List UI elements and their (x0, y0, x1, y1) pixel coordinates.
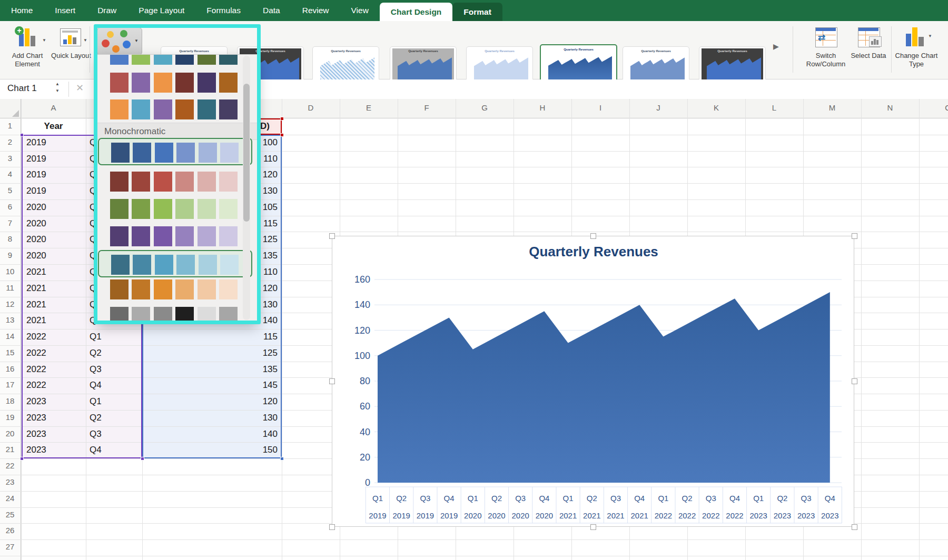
color-swatch[interactable] (197, 279, 216, 299)
range-handle-purple[interactable] (141, 457, 144, 461)
color-swatch[interactable] (219, 279, 238, 299)
row-header-2[interactable]: 2 (0, 137, 20, 146)
column-header-F[interactable]: F (398, 103, 456, 112)
row-header-23[interactable]: 23 (0, 477, 20, 486)
color-swatch[interactable] (219, 73, 238, 93)
row-header-12[interactable]: 12 (0, 299, 20, 308)
row-header-24[interactable]: 24 (0, 494, 20, 503)
column-header-O[interactable]: O (919, 103, 948, 112)
select-data-button[interactable]: Select Data (852, 25, 885, 74)
color-swatch[interactable] (197, 73, 216, 93)
cell-a1[interactable]: Year (21, 121, 86, 132)
row-header-10[interactable]: 10 (0, 267, 20, 276)
color-swatch[interactable] (175, 226, 194, 246)
row-header-11[interactable]: 11 (0, 283, 20, 292)
color-swatch[interactable] (219, 199, 238, 219)
menu-tab-page-layout[interactable]: Page Layout (127, 0, 195, 21)
range-handle-red[interactable] (280, 133, 284, 137)
column-header-I[interactable]: I (571, 103, 629, 112)
menu-scrollbar-thumb[interactable] (243, 84, 250, 222)
row-header-1[interactable]: 1 (0, 121, 20, 130)
color-swatch[interactable] (110, 199, 129, 219)
color-swatch[interactable] (197, 307, 216, 322)
menu-tab-view[interactable]: View (340, 0, 380, 21)
color-swatch[interactable] (154, 226, 172, 246)
menu-tab-formulas[interactable]: Formulas (195, 0, 252, 21)
row-header-26[interactable]: 26 (0, 526, 20, 535)
color-swatch[interactable] (154, 73, 172, 93)
row-header-4[interactable]: 4 (0, 169, 20, 178)
color-swatch[interactable] (176, 255, 195, 275)
color-swatch[interactable] (219, 172, 238, 192)
color-swatch[interactable] (132, 54, 150, 65)
color-swatch[interactable] (199, 143, 217, 163)
color-swatch[interactable] (154, 172, 172, 192)
color-swatch[interactable] (176, 143, 195, 163)
chart-object[interactable]: Quarterly Revenues 020406080100120140160… (332, 236, 854, 527)
row-header-22[interactable]: 22 (0, 461, 20, 470)
color-swatch[interactable] (197, 54, 216, 65)
color-swatch[interactable] (132, 307, 150, 322)
change-chart-type-button[interactable]: ▼ Change Chart Type (895, 25, 937, 74)
color-swatch[interactable] (155, 255, 173, 275)
row-header-7[interactable]: 7 (0, 218, 20, 227)
color-swatch[interactable] (175, 54, 194, 65)
color-swatch[interactable] (110, 307, 129, 322)
color-swatch[interactable] (111, 143, 130, 163)
color-swatch[interactable] (175, 73, 194, 93)
row-header-25[interactable]: 25 (0, 510, 20, 519)
color-swatch[interactable] (133, 143, 151, 163)
color-swatch[interactable] (132, 73, 150, 93)
color-swatch[interactable] (175, 99, 194, 119)
column-header-M[interactable]: M (803, 103, 861, 112)
color-swatch[interactable] (132, 172, 150, 192)
menu-tab-insert[interactable]: Insert (44, 0, 86, 21)
chart-resize-handle[interactable] (329, 233, 335, 239)
row-header-9[interactable]: 9 (0, 251, 20, 259)
menu-tab-format[interactable]: Format (452, 3, 502, 21)
column-header-E[interactable]: E (340, 103, 398, 112)
color-swatch[interactable] (154, 99, 172, 119)
color-swatch[interactable] (110, 99, 129, 119)
chart-resize-handle[interactable] (590, 233, 596, 239)
color-swatch[interactable] (219, 307, 238, 322)
row-header-13[interactable]: 13 (0, 315, 20, 324)
row-header-15[interactable]: 15 (0, 348, 20, 357)
color-swatch[interactable] (132, 99, 150, 119)
chart-resize-handle[interactable] (590, 524, 596, 530)
column-header-G[interactable]: G (456, 103, 514, 112)
name-box-stepper[interactable]: ▲▼ (54, 81, 61, 95)
change-colors-button[interactable]: ▼ (97, 27, 142, 55)
color-swatch[interactable] (133, 255, 151, 275)
column-header-J[interactable]: J (629, 103, 687, 112)
menu-tab-home[interactable]: Home (0, 0, 44, 21)
range-handle-purple[interactable] (20, 133, 24, 137)
row-header-5[interactable]: 5 (0, 186, 20, 195)
cancel-icon[interactable]: ✕ (76, 82, 84, 94)
color-swatch[interactable] (197, 172, 216, 192)
menu-tab-data[interactable]: Data (252, 0, 291, 21)
column-header-N[interactable]: N (861, 103, 919, 112)
color-swatch[interactable] (219, 226, 238, 246)
color-swatch[interactable] (154, 199, 172, 219)
color-swatch[interactable] (132, 199, 150, 219)
color-swatch[interactable] (197, 226, 216, 246)
color-swatch[interactable] (110, 54, 129, 65)
color-swatch[interactable] (154, 307, 172, 322)
color-swatch[interactable] (197, 99, 216, 119)
chart-resize-handle[interactable] (852, 524, 857, 530)
color-swatch[interactable] (219, 99, 238, 119)
color-swatch[interactable] (132, 226, 150, 246)
row-header-16[interactable]: 16 (0, 364, 20, 373)
column-header-A[interactable]: A (21, 103, 86, 112)
range-handle-purple[interactable] (20, 457, 24, 461)
chart-resize-handle[interactable] (852, 378, 857, 384)
color-swatch[interactable] (175, 307, 194, 322)
switch-row-column-button[interactable]: ⇄ Switch Row/Column (802, 25, 850, 74)
row-header-6[interactable]: 6 (0, 202, 20, 211)
color-swatch[interactable] (175, 279, 194, 299)
range-handle-red[interactable] (280, 117, 284, 121)
column-header-H[interactable]: H (514, 103, 571, 112)
color-swatch[interactable] (111, 255, 130, 275)
column-header-K[interactable]: K (687, 103, 745, 112)
